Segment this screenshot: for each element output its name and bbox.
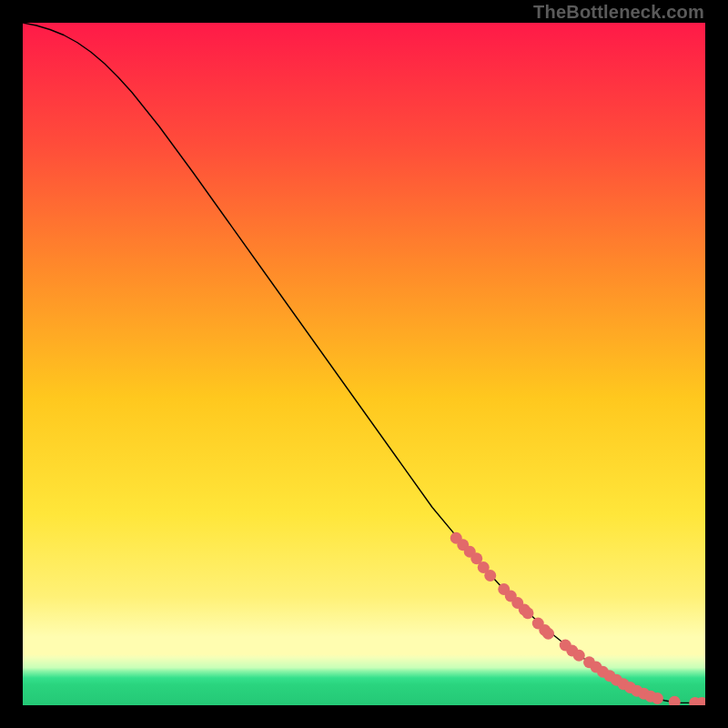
plot-area (23, 23, 705, 705)
data-point (522, 607, 534, 619)
chart-frame: TheBottleneck.com (0, 0, 728, 728)
watermark-text: TheBottleneck.com (533, 2, 704, 23)
data-point (484, 570, 496, 581)
gradient-background (23, 23, 705, 705)
data-point (573, 650, 585, 662)
data-point (652, 693, 663, 704)
chart-svg (23, 23, 705, 705)
data-point (542, 628, 554, 640)
